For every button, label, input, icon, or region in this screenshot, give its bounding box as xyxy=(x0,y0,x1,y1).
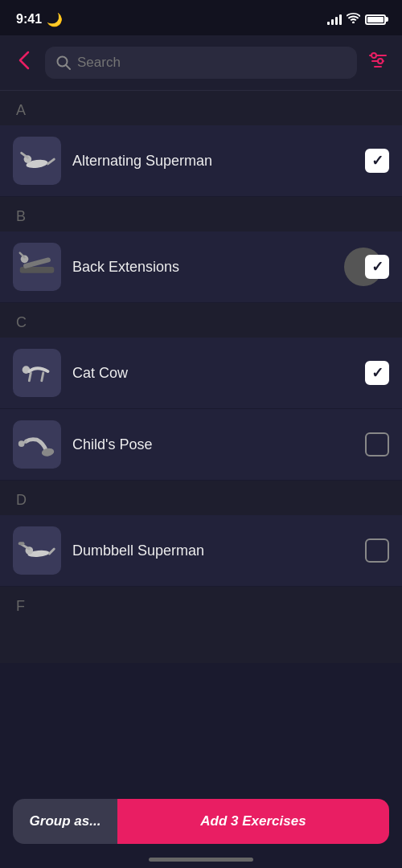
exercise-name-alternating-superman: Alternating Superman xyxy=(72,153,354,170)
exercise-item-alternating-superman: Alternating Superman ✓ xyxy=(0,125,402,197)
status-bar: 9:41 🌙 xyxy=(0,0,402,35)
section-c-list: Cat Cow ✓ Child's Pose xyxy=(0,338,402,481)
svg-line-20 xyxy=(42,373,43,381)
svg-rect-29 xyxy=(18,542,25,545)
section-b-header: B xyxy=(0,197,402,231)
section-d-list: Dumbbell Superman xyxy=(0,515,402,587)
back-button[interactable] xyxy=(13,51,35,75)
filter-icon[interactable] xyxy=(367,52,389,73)
section-f-header: F xyxy=(0,587,402,663)
exercise-item-dumbbell-superman: Dumbbell Superman xyxy=(0,515,402,587)
exercise-name-cat-cow: Cat Cow xyxy=(72,365,354,382)
add-exercises-button[interactable]: Add 3 Exercises xyxy=(117,799,389,844)
search-bar xyxy=(0,35,402,91)
svg-point-24 xyxy=(18,440,25,447)
section-c-header: C xyxy=(0,303,402,338)
search-input[interactable] xyxy=(77,55,346,71)
section-letter-a: A xyxy=(16,102,26,118)
svg-point-5 xyxy=(371,53,376,58)
exercise-name-dumbbell-superman: Dumbbell Superman xyxy=(72,542,354,559)
battery-icon xyxy=(365,14,386,25)
section-d-header: D xyxy=(0,481,402,515)
svg-point-6 xyxy=(378,59,383,63)
status-time: 9:41 🌙 xyxy=(16,12,63,27)
exercise-name-childs-pose: Child's Pose xyxy=(72,436,354,453)
moon-icon: 🌙 xyxy=(47,12,63,27)
checkbox-childs-pose[interactable] xyxy=(365,432,389,457)
home-indicator xyxy=(149,858,253,862)
section-letter-f: F xyxy=(16,598,25,614)
action-bar: Group as... Add 3 Exercises xyxy=(0,799,402,844)
exercise-item-cat-cow: Cat Cow ✓ xyxy=(0,338,402,409)
exercise-item-back-extensions: Back Extensions ✓ xyxy=(0,231,402,303)
checkbox-dumbbell-superman[interactable] xyxy=(365,538,389,563)
checkbox-cat-cow[interactable]: ✓ xyxy=(365,361,389,385)
search-icon xyxy=(56,55,71,70)
section-letter-b: B xyxy=(16,208,26,224)
checkbox-back-extensions[interactable]: ✓ xyxy=(365,255,389,279)
section-letter-c: C xyxy=(16,314,27,330)
checkbox-alternating-superman[interactable]: ✓ xyxy=(365,149,389,173)
svg-rect-17 xyxy=(14,350,60,396)
exercise-thumb-dumbbell-superman xyxy=(13,526,61,575)
exercise-name-back-extensions: Back Extensions xyxy=(72,259,354,276)
signal-icon xyxy=(327,14,342,25)
section-b-list: Back Extensions ✓ xyxy=(0,231,402,303)
time-label: 9:41 xyxy=(16,12,42,27)
section-a-list: Alternating Superman ✓ xyxy=(0,125,402,197)
svg-line-19 xyxy=(29,373,31,381)
wifi-icon xyxy=(347,13,360,26)
exercise-thumb-back-extensions xyxy=(13,243,61,291)
group-as-button[interactable]: Group as... xyxy=(13,799,117,844)
svg-line-1 xyxy=(66,65,70,69)
section-a-header: A xyxy=(0,91,402,125)
search-input-wrapper[interactable] xyxy=(45,47,357,79)
status-icons xyxy=(327,13,386,26)
exercise-thumb-childs-pose xyxy=(13,420,61,469)
exercise-thumb-cat-cow xyxy=(13,349,61,397)
section-letter-d: D xyxy=(16,492,27,508)
exercise-item-childs-pose: Child's Pose xyxy=(0,409,402,481)
exercise-thumb-alternating-superman xyxy=(13,137,61,185)
